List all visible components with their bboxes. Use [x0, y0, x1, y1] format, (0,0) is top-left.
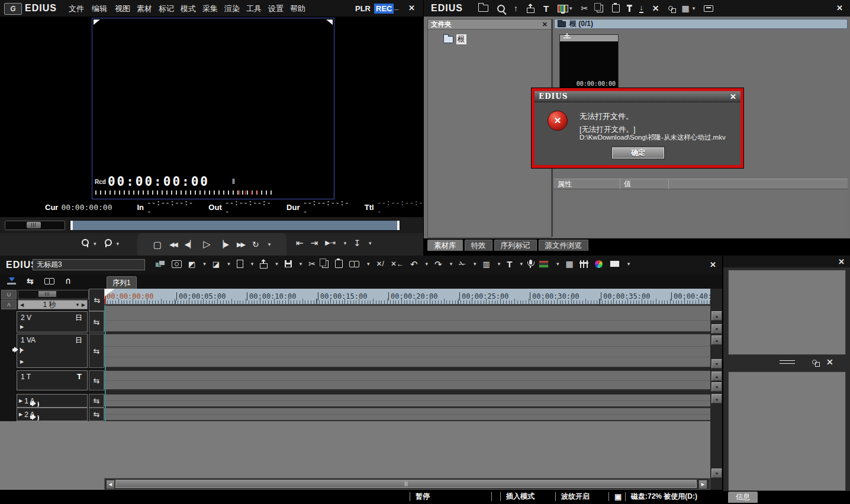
paste-icon[interactable]: [335, 260, 343, 268]
folders-panel-close-icon[interactable]: ✕: [542, 21, 548, 28]
color-bars-icon[interactable]: [539, 260, 549, 268]
tab-info[interactable]: 信息: [728, 492, 758, 503]
menu-render[interactable]: 渲染: [224, 5, 240, 12]
folder-up-icon[interactable]: ↑: [514, 4, 518, 12]
track-header-1a[interactable]: ▶ 1 A: [17, 394, 88, 408]
track-2a-expand-icon[interactable]: ▶: [19, 412, 22, 417]
error-dialog-close-button[interactable]: ✕: [730, 92, 736, 101]
properties-icon[interactable]: [668, 6, 673, 11]
folder-tree-item-root[interactable]: 根: [443, 34, 466, 44]
scroll-down-1t-button[interactable]: ▼: [711, 382, 722, 392]
copy-icon[interactable]: [597, 5, 603, 12]
export-dropdown-icon[interactable]: ▾: [369, 240, 372, 246]
replace-dropdown-icon[interactable]: ▾: [367, 261, 370, 267]
menu-clip[interactable]: 素材: [137, 5, 152, 12]
patch-2v[interactable]: ⇆: [89, 311, 104, 332]
import-dropdown-icon[interactable]: ▾: [275, 261, 278, 267]
view-mode-dropdown-icon[interactable]: ▾: [693, 5, 696, 11]
export-button[interactable]: ↧: [353, 239, 360, 247]
color-bars-dropdown-icon[interactable]: ▾: [556, 261, 559, 267]
position-bar-end-marker[interactable]: [397, 221, 400, 230]
cut-icon[interactable]: ✂: [581, 4, 588, 12]
player-close-button[interactable]: ✕: [408, 4, 415, 12]
add-title-icon[interactable]: T: [543, 4, 549, 13]
rewind-button[interactable]: ◀◀: [169, 241, 177, 248]
cut-icon[interactable]: ✂: [308, 260, 315, 268]
tab-effects[interactable]: 特效: [465, 240, 492, 251]
position-bar-start-marker[interactable]: [70, 221, 73, 230]
ripple-delete-in-icon[interactable]: ✕/: [376, 260, 384, 267]
new-sequence-icon[interactable]: [237, 260, 243, 268]
menu-marker[interactable]: 标记: [159, 5, 174, 12]
track-header-1va[interactable]: 1 VA 日 ▶ ▶: [17, 334, 88, 368]
stop-button[interactable]: ▢: [153, 240, 162, 249]
delete-icon[interactable]: ✕: [652, 4, 659, 12]
tab-source-browser[interactable]: 源文件浏览: [539, 240, 589, 251]
track-header-2a[interactable]: ▶ 2 A: [17, 408, 88, 421]
track-header-2v[interactable]: 2 V 日 ▶: [17, 311, 88, 332]
video-mute-button[interactable]: U: [1, 290, 17, 299]
project-title-field[interactable]: 无标题3: [33, 259, 145, 270]
set-in-dropdown-icon[interactable]: ▾: [203, 261, 206, 267]
group-mode-icon[interactable]: [44, 278, 54, 285]
play-button[interactable]: ▷: [203, 240, 210, 249]
error-dialog-titlebar[interactable]: EDIUS ✕: [535, 91, 740, 102]
undo-icon[interactable]: ↶: [410, 260, 418, 269]
snapshot-icon[interactable]: [172, 260, 182, 268]
patch-1va[interactable]: ⇆: [89, 334, 104, 368]
next-frame-button[interactable]: ▕▶: [218, 241, 229, 248]
master-patch-button[interactable]: ⇆: [89, 289, 105, 311]
set-out-icon[interactable]: ◪: [213, 260, 220, 268]
save-dropdown-icon[interactable]: ▾: [300, 261, 302, 267]
fast-forward-button[interactable]: ▶▶: [237, 241, 244, 248]
layout-icon[interactable]: [610, 260, 620, 267]
patch-2a[interactable]: ⇆: [89, 408, 104, 421]
match-frame-icon[interactable]: ▥: [482, 260, 490, 268]
redo-dropdown-icon[interactable]: ▾: [450, 261, 453, 267]
track-1va-audio-icon[interactable]: [12, 347, 20, 353]
voiceover-icon[interactable]: [529, 260, 532, 264]
timeline-zoom-slider[interactable]: [18, 290, 89, 299]
previous-frame-button[interactable]: ◀▏: [185, 241, 195, 248]
pin-icon[interactable]: [629, 7, 630, 12]
menu-capture[interactable]: 采集: [202, 5, 218, 12]
timescale-selector[interactable]: ◀ 1 秒 ▼ ▶: [18, 300, 88, 309]
properties-col-property[interactable]: 属性: [554, 179, 620, 189]
scroll-up-1va-button[interactable]: ▲: [711, 335, 722, 345]
insert-overwrite-mode-icon[interactable]: ⇆: [27, 277, 34, 285]
panel-splitter-handle[interactable]: [780, 360, 795, 364]
playhead-flag-icon[interactable]: [105, 289, 115, 296]
menu-help[interactable]: 帮助: [290, 5, 305, 12]
scroll-up-1t-button[interactable]: ▲: [711, 371, 722, 381]
goto-in-button[interactable]: ⇤: [296, 238, 304, 247]
send-to-timeline-icon[interactable]: ↓: [639, 4, 643, 13]
timeline-zoom-handle[interactable]: [38, 291, 56, 297]
menu-mode[interactable]: 模式: [181, 5, 196, 12]
sequence-tab[interactable]: 序列1: [107, 276, 137, 289]
plr-mode-button[interactable]: PLR: [355, 4, 371, 13]
tab-sequence-marker[interactable]: 序列标记: [494, 240, 537, 251]
timeline-lanes[interactable]: [104, 305, 710, 421]
timescale-dropdown-icon[interactable]: ▼: [75, 302, 80, 308]
timescale-right-icon[interactable]: ▶: [82, 302, 85, 308]
patch-1a[interactable]: ⇆: [89, 394, 104, 408]
razor-dropdown-icon[interactable]: ▾: [474, 261, 476, 267]
ripple-delete-out-icon[interactable]: ✕←: [391, 260, 404, 267]
bin-close-button[interactable]: ✕: [836, 4, 843, 12]
goto-out-button[interactable]: ⇥: [311, 238, 318, 247]
copy-icon[interactable]: [322, 260, 329, 268]
track-2v-expand-icon[interactable]: ▶: [20, 324, 24, 329]
hscroll-left-button[interactable]: ◀: [106, 480, 115, 489]
patch-1t[interactable]: ⇆: [89, 370, 104, 390]
search-icon[interactable]: [497, 5, 505, 12]
position-bar[interactable]: [70, 220, 400, 231]
audio-mute-button[interactable]: A: [1, 300, 17, 309]
redo-icon[interactable]: ↷: [434, 260, 442, 269]
timeline-mode-icon[interactable]: [155, 260, 165, 267]
timeline-ruler[interactable]: 00:00:00:00 00:00:05:00 00:00:10:00 00:0…: [104, 289, 710, 305]
panel-close-icon[interactable]: ✕: [826, 357, 833, 367]
timeline-close-button[interactable]: ✕: [710, 260, 716, 269]
new-folder-icon[interactable]: [478, 5, 488, 12]
monitor-view-dropdown-icon[interactable]: ▾: [569, 5, 572, 11]
panel-link-icon[interactable]: [812, 360, 817, 364]
